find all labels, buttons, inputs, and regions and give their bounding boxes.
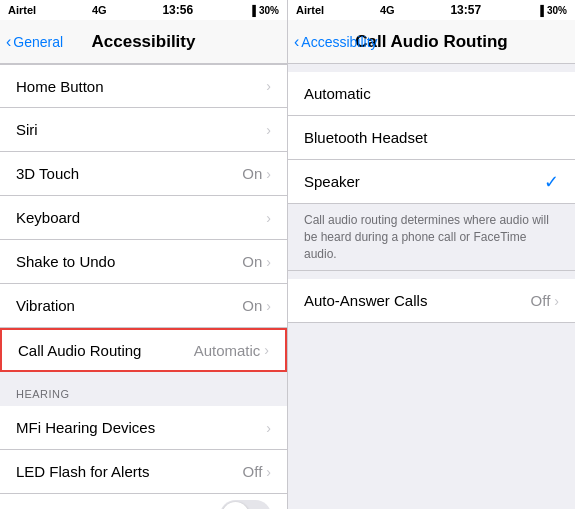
network-type-right: 4G (380, 4, 395, 16)
call-audio-right: Automatic › (194, 342, 269, 359)
speaker-item[interactable]: Speaker ✓ (288, 160, 575, 204)
hearing-section: HEARING MFi Hearing Devices › LED Flash … (0, 372, 287, 509)
led-right: Off › (243, 463, 271, 480)
mfi-label: MFi Hearing Devices (16, 419, 155, 436)
battery-right: 30% (547, 5, 567, 16)
keyboard-right: › (266, 210, 271, 226)
settings-list-right: Automatic Bluetooth Headset Speaker ✓ Ca… (288, 64, 575, 509)
led-label: LED Flash for Alerts (16, 463, 149, 480)
keyboard-label: Keyboard (16, 209, 80, 226)
automatic-label: Automatic (304, 85, 371, 102)
time-right: 13:57 (450, 3, 481, 17)
network-type-left: 4G (92, 4, 107, 16)
back-button-right[interactable]: ‹ Accessibility (294, 33, 378, 51)
shake-to-undo-item[interactable]: Shake to Undo On › (0, 240, 287, 284)
vibration-chevron: › (266, 298, 271, 314)
speaker-label: Speaker (304, 173, 360, 190)
auto-answer-item[interactable]: Auto-Answer Calls Off › (288, 279, 575, 323)
home-button-item[interactable]: Home Button › (0, 64, 287, 108)
keyboard-chevron: › (266, 210, 271, 226)
back-chevron-right: ‹ (294, 33, 299, 51)
routing-note: Call audio routing determines where audi… (288, 204, 575, 271)
siri-chevron: › (266, 122, 271, 138)
call-audio-routing-item[interactable]: Call Audio Routing Automatic › (0, 328, 287, 372)
led-value: Off (243, 463, 263, 480)
call-audio-label: Call Audio Routing (18, 342, 141, 359)
shake-value: On (242, 253, 262, 270)
speaker-checkmark: ✓ (544, 171, 559, 193)
automatic-item[interactable]: Automatic (288, 72, 575, 116)
status-bar-right: Airtel 4G 13:57 ▐ 30% (288, 0, 575, 20)
shake-right: On › (242, 253, 271, 270)
home-button-chevron: › (266, 78, 271, 94)
auto-answer-group: Auto-Answer Calls Off › (288, 271, 575, 323)
speaker-right: ✓ (544, 171, 559, 193)
nav-title-left: Accessibility (92, 32, 196, 52)
back-label-right[interactable]: Accessibility (301, 34, 377, 50)
nav-title-right: Call Audio Routing (355, 32, 507, 52)
auto-answer-right: Off › (531, 292, 559, 309)
signal-icon-right: ▐ (537, 5, 544, 16)
nav-bar-left: ‹ General Accessibility (0, 20, 287, 64)
right-panel: Airtel 4G 13:57 ▐ 30% ‹ Accessibility Ca… (288, 0, 575, 509)
keyboard-item[interactable]: Keyboard › (0, 196, 287, 240)
led-chevron: › (266, 464, 271, 480)
auto-answer-spacer (288, 271, 575, 279)
call-audio-chevron: › (264, 342, 269, 358)
siri-item[interactable]: Siri › (0, 108, 287, 152)
mono-right (220, 500, 271, 509)
siri-right: › (266, 122, 271, 138)
top-spacer (288, 64, 575, 72)
bluetooth-label: Bluetooth Headset (304, 129, 427, 146)
led-flash-item[interactable]: LED Flash for Alerts Off › (0, 450, 287, 494)
mono-toggle[interactable] (220, 500, 271, 509)
mono-audio-item[interactable]: Mono Audio (0, 494, 287, 509)
home-button-right: › (266, 78, 271, 94)
nav-bar-right: ‹ Accessibility Call Audio Routing (288, 20, 575, 64)
status-bar-left: Airtel 4G 13:56 ▐ 30% (0, 0, 287, 20)
back-label-left[interactable]: General (13, 34, 63, 50)
vibration-value: On (242, 297, 262, 314)
right-status-icons-left: ▐ 30% (249, 5, 279, 16)
carrier-right: Airtel (296, 4, 324, 16)
auto-answer-chevron: › (554, 293, 559, 309)
3d-touch-chevron: › (266, 166, 271, 182)
main-settings-group: Home Button › Siri › 3D Touch On › Ke (0, 64, 287, 372)
3d-touch-right: On › (242, 165, 271, 182)
vibration-right: On › (242, 297, 271, 314)
routing-options-group: Automatic Bluetooth Headset Speaker ✓ (288, 64, 575, 204)
3d-touch-item[interactable]: 3D Touch On › (0, 152, 287, 196)
bluetooth-headset-item[interactable]: Bluetooth Headset (288, 116, 575, 160)
mono-toggle-knob (222, 502, 249, 509)
settings-list-left: Home Button › Siri › 3D Touch On › Ke (0, 64, 287, 509)
home-button-label: Home Button (16, 78, 104, 95)
mfi-right: › (266, 420, 271, 436)
auto-answer-label: Auto-Answer Calls (304, 292, 427, 309)
right-status-icons-right: ▐ 30% (537, 5, 567, 16)
mfi-chevron: › (266, 420, 271, 436)
shake-chevron: › (266, 254, 271, 270)
3d-touch-value: On (242, 165, 262, 182)
time-left: 13:56 (162, 3, 193, 17)
carrier-left: Airtel (8, 4, 36, 16)
shake-label: Shake to Undo (16, 253, 115, 270)
vibration-item[interactable]: Vibration On › (0, 284, 287, 328)
call-audio-value: Automatic (194, 342, 261, 359)
siri-label: Siri (16, 121, 38, 138)
auto-answer-value: Off (531, 292, 551, 309)
hearing-section-label: HEARING (0, 372, 287, 406)
back-chevron-left: ‹ (6, 33, 11, 51)
3d-touch-label: 3D Touch (16, 165, 79, 182)
battery-left: 30% (259, 5, 279, 16)
back-button-left[interactable]: ‹ General (6, 33, 63, 51)
signal-icon-left: ▐ (249, 5, 256, 16)
left-panel: Airtel 4G 13:56 ▐ 30% ‹ General Accessib… (0, 0, 288, 509)
mfi-hearing-item[interactable]: MFi Hearing Devices › (0, 406, 287, 450)
vibration-label: Vibration (16, 297, 75, 314)
